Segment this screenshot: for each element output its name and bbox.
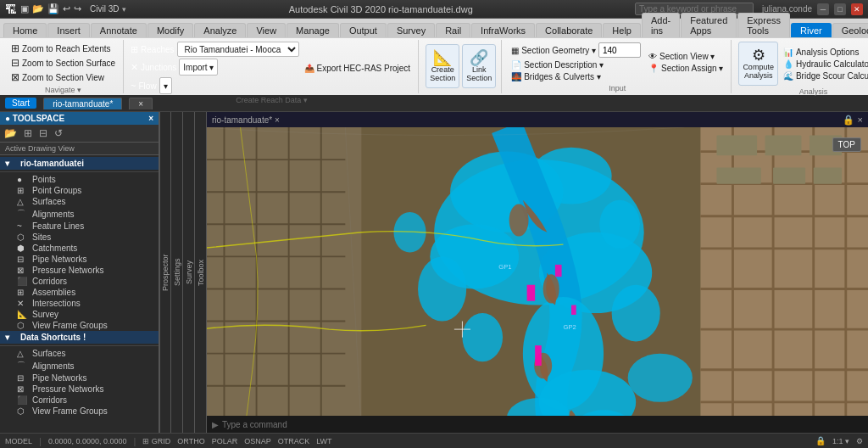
- ts-item-assemblies[interactable]: ⊞Assemblies: [0, 287, 159, 298]
- minimize-button[interactable]: ─: [817, 3, 829, 15]
- reaches-dropdown[interactable]: Rio Tamanduatei - Mooca: [177, 42, 299, 57]
- zoom-section-view-btn[interactable]: ⊠ Zoom to Section View: [8, 70, 118, 84]
- settings-tab[interactable]: Settings: [171, 112, 183, 433]
- survey-tab[interactable]: Survey: [183, 112, 195, 433]
- qat-undo[interactable]: ↩: [63, 3, 70, 14]
- prospector-tab[interactable]: Prospector: [159, 112, 171, 433]
- ribbon-tab-insert[interactable]: Insert: [47, 23, 90, 37]
- compute-analysis-btn[interactable]: ⚙ ComputeAnalysis: [738, 42, 778, 86]
- osnap-toggle[interactable]: OSNAP: [244, 437, 271, 445]
- ts-icon: ▾: [5, 333, 17, 342]
- map-area[interactable]: rio-tamanduate* × 🔒 ×: [207, 112, 868, 433]
- qat-open[interactable]: 📂: [32, 3, 44, 14]
- toolspace-collapse[interactable]: ×: [148, 114, 153, 123]
- ts-icon: ⬡: [17, 232, 29, 242]
- export-hecras-btn[interactable]: 📤 Export HEC-RAS Project: [302, 63, 414, 74]
- lwt-toggle[interactable]: LWT: [316, 437, 331, 445]
- command-input[interactable]: [222, 420, 863, 429]
- ts-item-data-shortcuts-[interactable]: ▾Data Shortcuts !: [0, 331, 159, 344]
- hydraulic-calc-btn[interactable]: 💧 Hydraulic Calculator: [781, 59, 868, 70]
- map-lock-icon[interactable]: 🔒: [843, 115, 854, 126]
- ribbon-tab-featured-apps[interactable]: Featured Apps: [681, 13, 737, 37]
- analysis-options-btn[interactable]: 📊 Analysis Options: [781, 47, 868, 58]
- top-button[interactable]: TOP: [832, 137, 861, 152]
- ribbon-tab-infraworks[interactable]: InfraWorks: [471, 23, 535, 37]
- ribbon-tab-express-tools[interactable]: Express Tools: [737, 13, 790, 37]
- ts-icon: ⬛: [17, 277, 29, 286]
- flows-dropdown[interactable]: ▾: [159, 77, 172, 94]
- ortho-toggle[interactable]: ORTHO: [177, 437, 204, 445]
- map-close-icon[interactable]: ×: [858, 115, 863, 126]
- ribbon-tab-modify[interactable]: Modify: [147, 23, 193, 37]
- ts-item-view-frame-groups[interactable]: ⬡View Frame Groups: [0, 320, 159, 331]
- bridges-culverts-btn[interactable]: 🌉 Bridges & Culverts ▾: [509, 71, 643, 82]
- ribbon-tab-add-ins[interactable]: Add-ins: [642, 13, 680, 37]
- grid-toggle[interactable]: ⊞ GRID: [142, 437, 170, 445]
- lock-icon[interactable]: 🔒: [815, 436, 826, 445]
- ts-item-rio-tamanduatei[interactable]: ▾rio-tamanduatei: [0, 157, 159, 170]
- junctions-dropdown[interactable]: Import ▾: [179, 59, 218, 76]
- drawing-tab[interactable]: rio-tamanduate*: [43, 98, 122, 109]
- map-viewport[interactable]: GP1 GP2: [207, 127, 868, 433]
- polar-toggle[interactable]: POLAR: [212, 437, 238, 445]
- qat-redo[interactable]: ↪: [74, 3, 81, 14]
- ribbon-tab-output[interactable]: Output: [340, 23, 387, 37]
- ts-item-points[interactable]: ●Points: [0, 174, 159, 185]
- ts-item-point-groups[interactable]: ⊞Point Groups: [0, 185, 159, 196]
- ts-item-corridors[interactable]: ⬛Corridors: [0, 395, 159, 406]
- maximize-button[interactable]: □: [834, 3, 846, 15]
- ts-item-feature-lines[interactable]: ~Feature Lines: [0, 221, 159, 232]
- ribbon-tab-analyze[interactable]: Analyze: [194, 23, 246, 37]
- create-section-btn[interactable]: 📐 CreateSection: [426, 44, 459, 88]
- ribbon-tab-home[interactable]: Home: [3, 23, 47, 37]
- ribbon-tab-river[interactable]: River: [791, 23, 832, 37]
- ts-item-catchments[interactable]: ⬢Catchments: [0, 243, 159, 254]
- ts-item-intersections[interactable]: ✕Intersections: [0, 298, 159, 309]
- qat-new[interactable]: ▣: [20, 3, 29, 14]
- section-geometry-input[interactable]: [598, 42, 641, 58]
- zoom-section-surface-btn[interactable]: ⊟ Zoom to Section Surface: [8, 56, 118, 70]
- ribbon-group-input: ▦ Section Geometry ▾ 📄 Section Descripti…: [504, 40, 732, 93]
- qat-save[interactable]: 💾: [47, 3, 59, 14]
- ts-toolbar-btn3[interactable]: ⊟: [36, 126, 50, 140]
- ribbon-tab-survey[interactable]: Survey: [387, 23, 435, 37]
- otrack-toggle[interactable]: OTRACK: [278, 437, 310, 445]
- tab-close[interactable]: ×: [129, 98, 153, 109]
- ts-item-surfaces[interactable]: △Surfaces: [0, 348, 159, 359]
- ribbon-tab-help[interactable]: Help: [603, 23, 641, 37]
- ts-item-pressure-networks[interactable]: ⊠Pressure Networks: [0, 265, 159, 276]
- ts-toolbar-btn1[interactable]: 📂: [2, 126, 19, 140]
- ribbon-tab-view[interactable]: View: [247, 23, 286, 37]
- navigate-group-label: Navigate ▾: [8, 84, 118, 94]
- ts-item-pipe-networks[interactable]: ⊟Pipe Networks: [0, 372, 159, 384]
- ts-item-survey[interactable]: 📐Survey: [0, 309, 159, 320]
- toolbox-tab[interactable]: Toolbox: [195, 112, 207, 433]
- ribbon-tab-collaborate[interactable]: Collaborate: [536, 23, 602, 37]
- ts-item-surfaces[interactable]: △Surfaces: [0, 196, 159, 207]
- quick-access-toolbar[interactable]: 🏗 ▣ 📂 💾 ↩ ↪ Civil 3D ▾: [5, 3, 126, 16]
- link-section-btn[interactable]: 🔗 LinkSection: [462, 44, 496, 88]
- section-view-btn[interactable]: 👁 Section View ▾: [646, 51, 726, 62]
- ribbon-tab-geolocation[interactable]: Geolocation: [832, 23, 868, 37]
- ts-item-pressure-networks[interactable]: ⊠Pressure Networks: [0, 384, 159, 395]
- zoom-reach-extents-btn[interactable]: ⊞ Zoom to Reach Extents: [8, 42, 118, 55]
- ts-item-alignments[interactable]: ⌒Alignments: [0, 359, 159, 372]
- ribbon-tab-annotate[interactable]: Annotate: [91, 23, 147, 37]
- ts-item-view-frame-groups[interactable]: ⬡View Frame Groups: [0, 406, 159, 417]
- section-description-btn[interactable]: 📄 Section Description ▾: [509, 59, 643, 70]
- bridge-scour-btn[interactable]: 🌊 Bridge Scour Calculator: [781, 70, 868, 81]
- ts-item-pipe-networks[interactable]: ⊟Pipe Networks: [0, 254, 159, 265]
- ribbon-tab-manage[interactable]: Manage: [287, 23, 339, 37]
- start-button[interactable]: Start: [5, 98, 36, 109]
- annotation-scale[interactable]: 1:1 ▾: [832, 437, 849, 445]
- ts-item-sites[interactable]: ⬡Sites: [0, 232, 159, 243]
- close-button[interactable]: ✕: [851, 3, 863, 15]
- section-assign-btn[interactable]: 📍 Section Assign ▾: [646, 63, 726, 74]
- workspace-switcher[interactable]: ⚙: [856, 437, 863, 445]
- ts-toolbar-btn2[interactable]: ⊞: [21, 126, 35, 140]
- ts-item-alignments[interactable]: ⌒Alignments: [0, 207, 159, 221]
- ts-toolbar-btn4[interactable]: ↺: [52, 126, 65, 140]
- section-geometry-btn[interactable]: ▦ Section Geometry ▾: [509, 42, 643, 59]
- ribbon-tab-rail[interactable]: Rail: [436, 23, 470, 37]
- ts-item-corridors[interactable]: ⬛Corridors: [0, 276, 159, 287]
